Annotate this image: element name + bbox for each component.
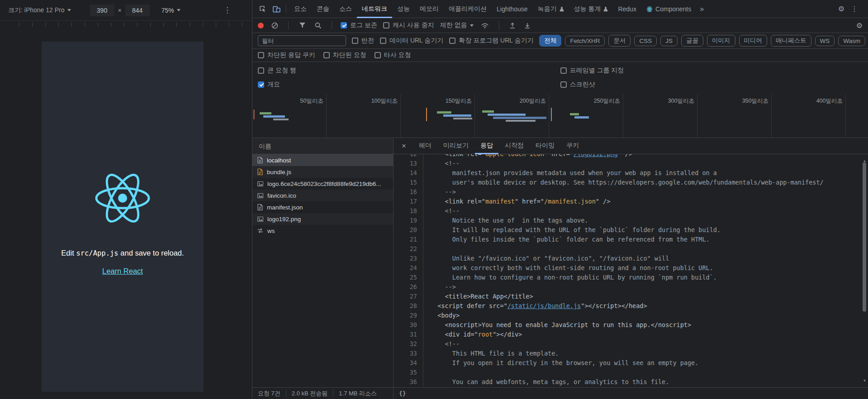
line-number: 33 bbox=[394, 349, 423, 358]
filter-funnel-icon[interactable] bbox=[297, 19, 307, 32]
filter-input[interactable] bbox=[258, 35, 346, 46]
request-summary: 요청 7건2.0 kB 전송됨1.7 MB 리소스 bbox=[252, 388, 394, 399]
tab-recorder[interactable]: 녹음기 bbox=[533, 0, 569, 18]
scrollbar-thumb[interactable] bbox=[863, 162, 866, 312]
throttling-select[interactable]: 제한 없음 bbox=[440, 21, 474, 29]
tab-sources[interactable]: 소스 bbox=[334, 0, 357, 18]
timeline-division: 300밀리초 bbox=[623, 94, 697, 138]
code-segment: manifest.json provides metadata used whe… bbox=[430, 169, 717, 176]
response-tab[interactable]: 응답 bbox=[475, 138, 498, 154]
close-icon[interactable]: × bbox=[398, 140, 410, 152]
code-line: 20 It will be replaced with the URL of t… bbox=[394, 225, 868, 235]
filter-chip[interactable]: 매니페스트 bbox=[771, 35, 811, 47]
tab-lighthouse[interactable]: Lighthouse bbox=[492, 0, 533, 18]
request-name: ws bbox=[267, 228, 275, 234]
response-code-viewer: 12 <link rel="apple-touch-icon" href="/l… bbox=[394, 154, 868, 387]
timeline-division bbox=[846, 94, 868, 138]
blockedreq-checkbox[interactable]: 차단된 요청 bbox=[323, 51, 366, 59]
line-number: 21 bbox=[394, 235, 423, 244]
network-conditions-icon[interactable] bbox=[479, 19, 490, 32]
hideext-checkbox[interactable]: 확장 프로그램 URL 숨기기 bbox=[449, 37, 533, 45]
device-more-options-icon[interactable]: ⋮ bbox=[223, 5, 231, 15]
tab-application[interactable]: 애플리케이션 bbox=[444, 0, 492, 18]
request-row[interactable]: localhost bbox=[252, 154, 393, 166]
format-code-button[interactable]: {} bbox=[399, 390, 406, 397]
filter-chip[interactable]: Wasm bbox=[838, 36, 865, 46]
screenshots-checkbox[interactable]: 스크린샷 bbox=[560, 81, 863, 89]
device-toolbar-toggle-icon[interactable] bbox=[270, 3, 283, 15]
import-har-icon[interactable] bbox=[508, 19, 517, 32]
learn-react-link[interactable]: Learn React bbox=[102, 267, 143, 276]
response-tab[interactable]: 쿠키 bbox=[561, 138, 584, 154]
filter-chip[interactable]: WS bbox=[815, 36, 835, 46]
blockedcookies-checkbox[interactable]: 차단된 응답 쿠키 bbox=[258, 51, 315, 59]
response-tab[interactable]: 헤더 bbox=[413, 138, 437, 154]
filter-chip[interactable]: Fetch/XHR bbox=[565, 36, 605, 46]
groupframe-checkbox[interactable]: 프레임별 그룹 지정 bbox=[560, 66, 863, 75]
thirdparty-checkbox[interactable]: 타사 요청 bbox=[375, 51, 411, 59]
code-segment: " href=" bbox=[544, 154, 574, 157]
hidedata-checkbox[interactable]: 데이터 URL 숨기기 bbox=[380, 37, 443, 45]
dimension-separator: × bbox=[118, 7, 122, 14]
request-row[interactable]: logo192.png bbox=[252, 213, 393, 225]
filter-chip[interactable]: 전체 bbox=[539, 35, 561, 47]
request-row[interactable]: bundle.js bbox=[252, 166, 393, 178]
invert-checkbox[interactable]: 반전 bbox=[352, 37, 374, 45]
code-line: 19 Notice the use of in the tags above. bbox=[394, 216, 868, 225]
inspect-element-icon[interactable] bbox=[256, 3, 270, 15]
tab-label: Redux bbox=[618, 5, 636, 13]
response-tab[interactable]: 타이밍 bbox=[530, 138, 560, 154]
code-line: 32 <!-- bbox=[394, 339, 868, 349]
tab-console[interactable]: 콘솔 bbox=[312, 0, 334, 18]
tab-performance-insights[interactable]: 성능 통계 bbox=[569, 0, 613, 18]
device-width-input[interactable] bbox=[90, 5, 114, 16]
response-tab[interactable]: 미리보기 bbox=[438, 138, 474, 154]
checkbox-label: 타사 요청 bbox=[384, 51, 411, 59]
code-text: Notice the use of in the tags above. bbox=[430, 216, 588, 225]
filter-chip[interactable]: 문서 bbox=[608, 35, 631, 47]
request-row[interactable]: manifest.json bbox=[252, 201, 393, 213]
record-network-log-button[interactable] bbox=[258, 23, 264, 28]
network-overview-timeline[interactable]: 50밀리초100밀리초150밀리초200밀리초250밀리초300밀리초350밀리… bbox=[252, 94, 868, 138]
checkbox-label: 개요 bbox=[267, 81, 280, 89]
devtools-more-options-icon[interactable]: ⋮ bbox=[851, 5, 858, 13]
settings-gear-icon[interactable]: ⚙ bbox=[838, 5, 844, 13]
scrollbar[interactable]: ▲ ▼ bbox=[862, 155, 868, 386]
tab-components[interactable]: Components bbox=[641, 0, 696, 18]
tab-memory[interactable]: 메모리 bbox=[415, 0, 444, 18]
checkbox-label: 큰 요청 행 bbox=[267, 66, 296, 75]
tab-network[interactable]: 네트워크 bbox=[357, 0, 392, 18]
code-line: 31 <div id="root"></div> bbox=[394, 330, 868, 339]
bigrows-checkbox[interactable]: 큰 요청 행 bbox=[258, 66, 560, 75]
request-row[interactable]: favicon.ico bbox=[252, 190, 393, 201]
request-row[interactable]: logo.6ce24c58023cc2f8fd88fe9d219db6... bbox=[252, 178, 393, 190]
tab-redux[interactable]: Redux bbox=[613, 0, 641, 18]
clear-network-log-icon[interactable] bbox=[270, 19, 280, 32]
more-tabs-icon[interactable]: » bbox=[696, 5, 707, 13]
device-zoom-select[interactable]: 75% bbox=[161, 7, 180, 14]
request-row[interactable]: ws bbox=[252, 225, 393, 237]
tab-performance[interactable]: 성능 bbox=[392, 0, 415, 18]
name-column-header[interactable]: 이름 bbox=[252, 138, 393, 154]
scroll-down-icon[interactable]: ▼ bbox=[862, 376, 868, 385]
overview-checkbox[interactable]: 개요 bbox=[258, 81, 560, 89]
tab-elements[interactable]: 요소 bbox=[289, 0, 312, 18]
filter-chip[interactable]: JS bbox=[660, 36, 678, 46]
timeline-grid: 50밀리초100밀리초150밀리초200밀리초250밀리초300밀리초350밀리… bbox=[252, 94, 868, 138]
filter-chip[interactable]: 미디어 bbox=[739, 35, 768, 47]
line-number: 19 bbox=[394, 216, 423, 225]
response-tab[interactable]: 시작점 bbox=[499, 138, 529, 154]
device-height-input[interactable] bbox=[125, 5, 150, 16]
filter-chip[interactable]: CSS bbox=[634, 36, 657, 46]
export-har-icon[interactable] bbox=[523, 19, 532, 32]
network-settings-gear-icon[interactable]: ⚙ bbox=[856, 21, 863, 30]
preserve-checkbox[interactable]: 로그 보존 bbox=[341, 21, 377, 29]
device-size-select[interactable]: 크기: iPhone 12 Pro bbox=[8, 6, 71, 14]
code-segment: <!-- bbox=[430, 207, 460, 214]
filter-chip[interactable]: 글꼴 bbox=[681, 35, 703, 47]
tab-label: 콘솔 bbox=[317, 5, 329, 13]
cache-checkbox[interactable]: 캐시 사용 중지 bbox=[383, 21, 434, 29]
search-icon[interactable] bbox=[313, 19, 323, 32]
devtools-tabbar: 요소콘솔소스네트워크성능메모리애플리케이션Lighthouse녹음기성능 통계R… bbox=[252, 0, 868, 18]
filter-chip[interactable]: 이미지 bbox=[707, 35, 735, 47]
